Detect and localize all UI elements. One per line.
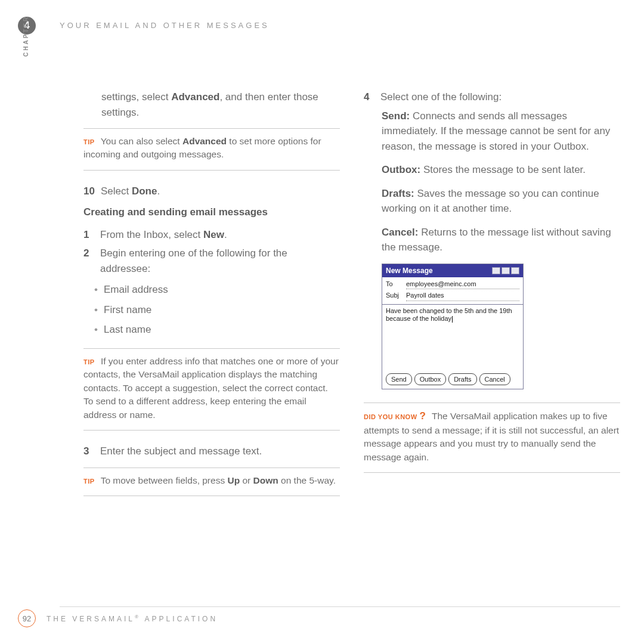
cancel-button[interactable]: Cancel (479, 373, 510, 386)
footer-text-b: APPLICATION (141, 615, 218, 623)
screenshot-titlebar: New Message (382, 264, 523, 277)
screenshot-title: New Message (386, 265, 433, 276)
step-10: 10 Select Done. (83, 184, 340, 199)
screenshot-subj-row: Subj Payroll dates (386, 290, 519, 302)
subj-label: Subj (386, 290, 404, 301)
s1-bold: New (203, 229, 224, 240)
step-4-text: Select one of the following: (380, 89, 501, 105)
intro-bold: Advanced (171, 91, 219, 103)
tip1-bold: Advanced (182, 136, 227, 146)
step-number: 4 (364, 89, 374, 105)
s1-b: . (224, 229, 227, 240)
dyk-question-mark: ? (420, 410, 426, 422)
tip-label: TIP (83, 478, 95, 485)
bullet-firstname: First name (104, 300, 340, 320)
step-4: 4 Select one of the following: (364, 89, 620, 105)
s1-a: From the Inbox, select (100, 229, 203, 240)
tip-box-2: TIP If you enter address info that match… (83, 348, 340, 431)
step-1-text: From the Inbox, select New. (100, 227, 227, 243)
to-field[interactable]: employees@meinc.com (406, 279, 519, 290)
step-number: 3 (83, 444, 94, 459)
tip-box-3: TIP To move between fields, press Up or … (83, 467, 340, 496)
def-cancel: Cancel: Returns to the message list with… (364, 225, 620, 255)
outbox-text: Stores the message to be sent later. (420, 164, 586, 175)
tip3-mid: or (240, 475, 253, 485)
registered-mark: ® (135, 614, 141, 620)
bullet-email: Email address (104, 280, 340, 300)
step-number: 10 (83, 184, 95, 199)
tip3-a: To move between fields, press (101, 475, 228, 485)
tip3-bold2: Down (253, 475, 278, 485)
drafts-text: Saves the message so you can continue wo… (382, 188, 599, 215)
right-column: 4 Select one of the following: Send: Con… (364, 89, 620, 596)
page-header-title: YOUR EMAIL AND OTHER MESSAGES (60, 21, 270, 30)
tip1-a: You can also select (101, 136, 182, 146)
subheading: Creating and sending email messages (83, 205, 340, 220)
subj-field[interactable]: Payroll dates (406, 290, 519, 301)
footer-text-a: THE VERSAMAIL (47, 615, 135, 623)
titlebar-icon (511, 267, 519, 274)
page-number: 92 (18, 609, 36, 627)
screenshot-body[interactable]: Have been changed to the 5th and the 19t… (382, 304, 523, 370)
tip3-b: on the 5-way. (278, 475, 336, 485)
intro-paragraph: settings, select Advanced, and then ente… (83, 89, 340, 120)
tip2-text: If you enter address info that matches o… (83, 356, 339, 420)
def-send: Send: Connects and sends all messages im… (364, 109, 620, 154)
tip-label: TIP (83, 138, 95, 145)
step-3: 3 Enter the subject and message text. (83, 444, 340, 459)
step-10-text: Select Done. (101, 184, 160, 199)
send-text: Connects and sends all messages immediat… (382, 110, 610, 152)
screenshot-titlebar-icons (492, 267, 519, 274)
screenshot-to-row: To employees@meinc.com (386, 278, 519, 290)
content-area: settings, select Advanced, and then ente… (83, 89, 620, 596)
addressee-bullets: Email address First name Last name (83, 280, 340, 340)
step-3-text: Enter the subject and message text. (100, 444, 262, 459)
step10-a: Select (101, 185, 132, 197)
def-outbox: Outbox: Stores the message to be sent la… (364, 162, 620, 178)
step-2-text: Begin entering one of the following for … (100, 246, 340, 276)
page-footer: 92 THE VERSAMAIL® APPLICATION (18, 609, 218, 627)
step-1: 1 From the Inbox, select New. (83, 227, 340, 243)
new-message-screenshot: New Message To employees@meinc.com Subj (382, 264, 524, 390)
titlebar-icon (501, 267, 510, 274)
tip-label: TIP (83, 358, 95, 366)
def-drafts: Drafts: Saves the message so you can con… (364, 186, 620, 216)
left-column: settings, select Advanced, and then ente… (83, 89, 340, 596)
step10-bold: Done (132, 185, 157, 197)
step10-b: . (157, 185, 160, 197)
send-label: Send: (382, 110, 410, 122)
step-number: 2 (83, 246, 94, 276)
drafts-label: Drafts: (382, 188, 414, 199)
footer-rule (60, 606, 620, 607)
chapter-vertical-label: CHAPTER (23, 16, 29, 57)
drafts-button[interactable]: Drafts (448, 373, 476, 386)
did-you-know-box: DID YOU KNOW? The VersaMail application … (364, 402, 620, 473)
cancel-label: Cancel: (382, 227, 418, 238)
titlebar-icon (492, 267, 500, 274)
step-number: 1 (83, 227, 94, 243)
to-label: To (386, 279, 404, 289)
send-button[interactable]: Send (386, 373, 412, 386)
bullet-lastname: Last name (104, 320, 340, 340)
tip3-bold1: Up (227, 475, 240, 485)
footer-text: THE VERSAMAIL® APPLICATION (47, 614, 218, 623)
dyk-label: DID YOU KNOW (364, 413, 417, 420)
tip-box-1: TIP You can also select Advanced to set … (83, 128, 340, 171)
outbox-label: Outbox: (382, 164, 420, 175)
outbox-button[interactable]: Outbox (414, 373, 446, 386)
step-2: 2 Begin entering one of the following fo… (83, 246, 340, 276)
intro-text-a: settings, select (101, 91, 171, 103)
screenshot-buttons: Send Outbox Drafts Cancel (382, 370, 523, 389)
